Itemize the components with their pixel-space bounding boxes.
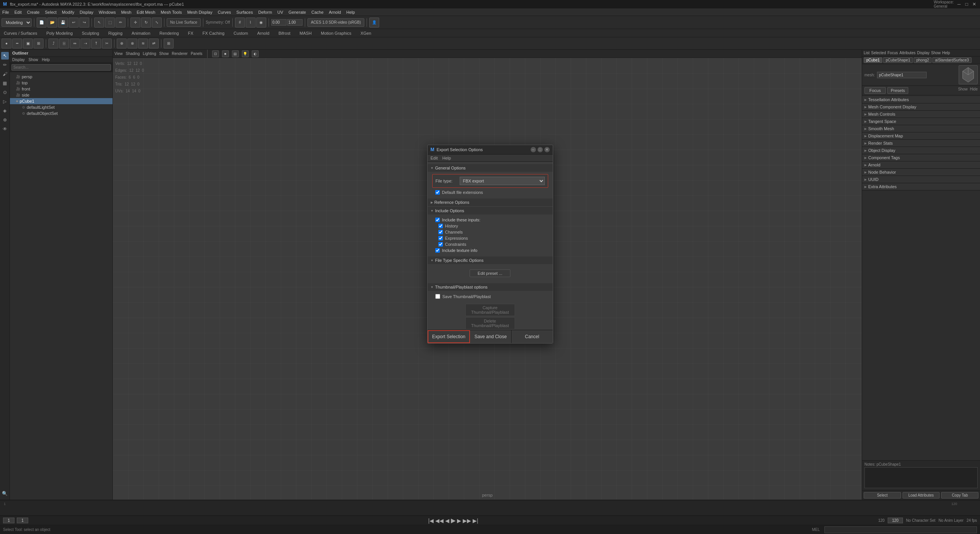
attr-tab-aistandard[interactable]: aiStandardSurface3 [932, 57, 971, 63]
open-scene-btn[interactable]: 📂 [47, 18, 57, 27]
tab-curves-surfaces[interactable]: Curves / Surfaces [2, 30, 39, 36]
attr-section-tangent[interactable]: ▶ Tangent Space [862, 118, 980, 125]
menu-deform[interactable]: Deform [258, 10, 272, 15]
current-frame-input[interactable] [17, 518, 28, 523]
attr-header-selected[interactable]: Selected [871, 51, 886, 55]
cut-btn[interactable]: ✂ [102, 39, 112, 48]
capture-thumbnail-button[interactable]: Capture Thumbnail/Playblast [465, 304, 515, 316]
attr-section-object-display[interactable]: ▶ Object Display [862, 147, 980, 154]
vp-menu-view[interactable]: View [114, 52, 123, 56]
vp-menu-panels[interactable]: Panels [191, 52, 203, 56]
menu-display[interactable]: Display [80, 10, 93, 15]
outliner-item-side[interactable]: 🎥 side [10, 92, 113, 98]
attr-load-attributes-button[interactable]: Load Attributes [903, 492, 940, 499]
attr-show-btn[interactable]: Show [958, 87, 967, 94]
dialog-menu-help[interactable]: Help [442, 156, 451, 160]
attr-presets-button[interactable]: Presets [887, 87, 908, 94]
color-space-btn[interactable]: ACES 1.0 SDR-video (sRGB) [307, 18, 364, 27]
mirror-btn[interactable]: ⇌ [149, 39, 159, 48]
select-mode-icon[interactable]: ↖ [1, 52, 9, 60]
menu-curves[interactable]: Curves [218, 10, 231, 15]
include-these-inputs-checkbox[interactable] [435, 218, 440, 222]
include-history-checkbox[interactable] [438, 224, 443, 228]
dialog-menu-edit[interactable]: Edit [431, 156, 438, 160]
range-start-input[interactable] [3, 518, 14, 523]
menu-uv[interactable]: UV [277, 10, 283, 15]
play-btn[interactable]: ▶ [451, 517, 455, 524]
menu-modify[interactable]: Modify [62, 10, 74, 15]
tab-xgen[interactable]: XGen [359, 30, 373, 36]
lasso-tool-btn[interactable]: ⬚ [105, 18, 115, 27]
menu-edit-mesh[interactable]: Edit Mesh [137, 10, 155, 15]
outliner-item-persp[interactable]: 🎥 persp [10, 74, 113, 80]
dialog-close-btn[interactable]: ✕ [544, 147, 550, 152]
step-forward-btn[interactable]: ▶▶ [463, 518, 471, 524]
include-texture-info-checkbox[interactable] [435, 248, 440, 253]
export-selection-button[interactable]: Export Selection [428, 330, 470, 343]
outliner-menu-show[interactable]: Show [29, 58, 38, 62]
notes-textarea[interactable] [864, 467, 978, 488]
component-face-btn[interactable]: ▣ [23, 39, 33, 48]
dialog-maximize-btn[interactable]: □ [537, 147, 543, 152]
attr-header-list[interactable]: List [864, 51, 870, 55]
include-channels-checkbox[interactable] [438, 230, 443, 234]
extrude-btn[interactable]: ⤴ [48, 39, 58, 48]
outliner-item-top[interactable]: 🎥 top [10, 80, 113, 86]
attr-mesh-value[interactable] [877, 72, 927, 78]
timeline-track[interactable]: 1 120 [0, 500, 980, 516]
vp-menu-show[interactable]: Show [159, 52, 169, 56]
menu-help[interactable]: Help [346, 10, 355, 15]
attr-select-button[interactable]: Select [864, 492, 901, 499]
component-edge-btn[interactable]: ━ [12, 39, 22, 48]
attr-header-help[interactable]: Help [942, 51, 950, 55]
no-live-surface-btn[interactable]: No Live Surface [167, 18, 201, 27]
tab-motion-graphics[interactable]: Motion Graphics [319, 30, 353, 36]
menu-select[interactable]: Select [45, 10, 57, 15]
range-end-input[interactable] [888, 518, 903, 523]
snap-grid-btn[interactable]: # [235, 18, 245, 27]
layout-icon[interactable]: ▦ [1, 79, 9, 87]
snap-curve-btn[interactable]: ⌇ [246, 18, 256, 27]
filetype-select[interactable]: FBX export mayaBinary mayaAscii obj alem… [460, 177, 545, 185]
snap-icon[interactable]: ⊙ [1, 89, 9, 96]
attr-section-smooth-mesh[interactable]: ▶ Smooth Mesh [862, 125, 980, 132]
play-end-btn[interactable]: ▶| [473, 518, 478, 524]
dialog-section-general-header[interactable]: ▼ General Options [428, 164, 553, 172]
select-tool-btn[interactable]: ↖ [94, 18, 104, 27]
attr-section-mesh-controls[interactable]: ▶ Mesh Controls [862, 111, 980, 118]
hide-icon[interactable]: 👁 [1, 125, 9, 133]
play-start-btn[interactable]: |◀ [428, 518, 434, 524]
step-back-btn[interactable]: ◀◀ [435, 518, 444, 524]
sculpt-icon[interactable]: 🖌 [1, 70, 9, 78]
outliner-menu-display[interactable]: Display [12, 58, 25, 62]
attr-section-node-behavior[interactable]: ▶ Node Behavior [862, 169, 980, 176]
camera-zoom-input[interactable] [271, 19, 286, 26]
paint-icon[interactable]: ✏ [1, 61, 9, 69]
undo-btn[interactable]: ↩ [69, 18, 79, 27]
menu-generate[interactable]: Generate [288, 10, 306, 15]
vp-textured-btn[interactable]: ▤ [232, 50, 239, 57]
cancel-button[interactable]: Cancel [512, 330, 553, 343]
sign-in-btn[interactable]: 👤 [369, 18, 379, 27]
camera-pos-input[interactable] [287, 19, 303, 26]
close-button[interactable]: ✕ [972, 2, 977, 7]
attr-section-extra[interactable]: ▶ Extra Attributes [862, 183, 980, 190]
maximize-button[interactable]: □ [964, 2, 969, 7]
attr-section-render-stats[interactable]: ▶ Render Stats [862, 140, 980, 147]
separate-btn[interactable]: ⊗ [127, 39, 137, 48]
new-scene-btn[interactable]: 📄 [37, 18, 47, 27]
vp-menu-shading[interactable]: Shading [126, 52, 140, 56]
dialog-section-reference-header[interactable]: ▶ Reference Options [428, 198, 553, 206]
menu-cache[interactable]: Cache [311, 10, 323, 15]
tab-rigging[interactable]: Rigging [107, 30, 124, 36]
menu-file[interactable]: File [2, 10, 9, 15]
attr-header-focus[interactable]: Focus [887, 51, 898, 55]
attr-section-displacement[interactable]: ▶ Displacement Map [862, 132, 980, 140]
dialog-section-thumbnail-header[interactable]: ▼ Thumbnail/Playblast options [428, 283, 553, 291]
bridge-btn[interactable]: ⇔ [70, 39, 80, 48]
attr-copy-tab-button[interactable]: Copy Tab [941, 492, 978, 499]
vp-wireframe-btn[interactable]: ⊡ [212, 50, 219, 57]
component-vertex-btn[interactable]: ● [2, 39, 11, 48]
attr-tab-pcube1[interactable]: pCube1 [864, 57, 882, 63]
outliner-item-pcube1[interactable]: ■ pCube1 [10, 98, 113, 104]
